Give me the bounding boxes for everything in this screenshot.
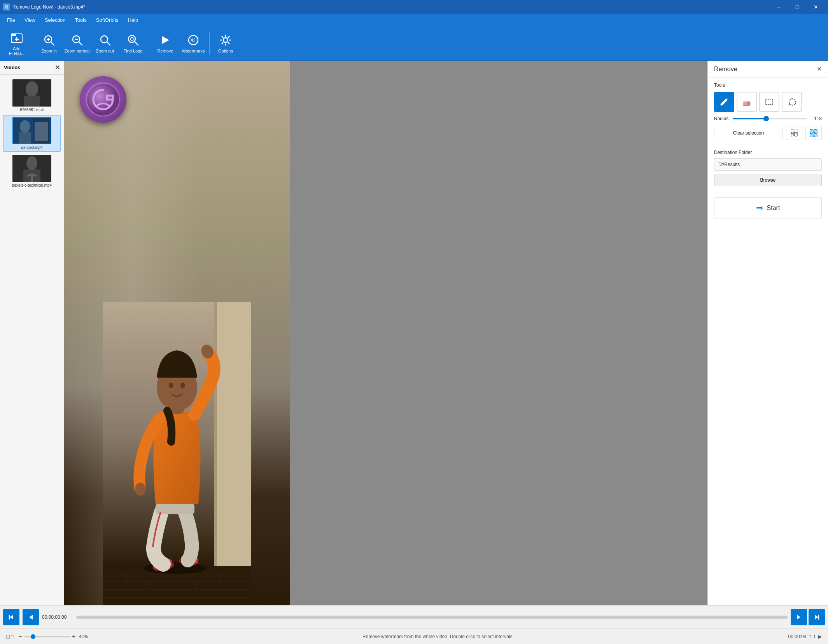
video-label-3: pexels-c-technical.mp4 bbox=[12, 183, 52, 187]
timeline-goto-end-button[interactable] bbox=[809, 609, 825, 625]
browse-button[interactable]: Browse bbox=[714, 174, 822, 186]
right-panel: Remove ✕ Tools bbox=[707, 61, 828, 605]
clear-selection-button[interactable]: Clear selection bbox=[714, 127, 783, 139]
tools-section: Tools bbox=[708, 78, 828, 145]
menu-view[interactable]: View bbox=[21, 16, 39, 24]
svg-line-27 bbox=[228, 42, 229, 44]
svg-marker-18 bbox=[162, 36, 169, 44]
slider-thumb[interactable] bbox=[763, 116, 769, 121]
menu-help[interactable]: Help bbox=[124, 16, 142, 24]
svg-line-28 bbox=[228, 36, 229, 38]
main-content: Videos ✕ 6265961.mp4 bbox=[0, 61, 828, 605]
zoom-thumb[interactable] bbox=[31, 634, 35, 639]
maximize-button[interactable]: □ bbox=[788, 0, 806, 14]
twitter-icon[interactable]: t bbox=[814, 634, 815, 639]
zoom-normal-button[interactable]: Zoom normal bbox=[63, 28, 91, 59]
timeline-next-button[interactable] bbox=[791, 609, 807, 625]
svg-line-16 bbox=[134, 41, 138, 45]
eraser-tool-button[interactable] bbox=[737, 92, 757, 112]
svg-marker-86 bbox=[10, 615, 13, 620]
radius-value: 118 bbox=[810, 116, 822, 121]
zoom-plus-icon: + bbox=[72, 633, 75, 640]
find-logo-icon bbox=[126, 33, 140, 47]
sidebar-header: Videos ✕ bbox=[0, 61, 64, 75]
start-label: Start bbox=[767, 205, 780, 212]
svg-rect-81 bbox=[810, 130, 813, 133]
destination-section: Destination Folder Browse bbox=[708, 145, 828, 191]
fit-button[interactable] bbox=[786, 126, 802, 140]
svg-marker-87 bbox=[29, 615, 33, 620]
clear-selection-row: Clear selection bbox=[714, 126, 822, 140]
add-files-button[interactable]: Add File(s)... bbox=[3, 28, 30, 59]
panel-close-button[interactable]: ✕ bbox=[817, 65, 822, 73]
svg-rect-75 bbox=[766, 99, 773, 105]
zoom-in-button[interactable]: Zoom in bbox=[35, 28, 63, 59]
svg-rect-78 bbox=[795, 130, 797, 133]
options-button[interactable]: Options bbox=[212, 28, 239, 59]
radius-label: Radius bbox=[714, 116, 730, 121]
zoom-in-icon bbox=[42, 33, 56, 47]
add-files-icon bbox=[10, 31, 24, 45]
radius-row: Radius 118 bbox=[714, 116, 822, 121]
window-title: Remove Logo Now! - dance3.mp4* bbox=[12, 4, 85, 10]
minimize-button[interactable]: ─ bbox=[770, 0, 788, 14]
watermarks-button[interactable]: © Watermarks bbox=[180, 28, 207, 59]
video-item-3[interactable]: pexels-c-technical.mp4 bbox=[3, 153, 61, 189]
timeline-area: 00:00:00.00 bbox=[0, 605, 828, 628]
youtube-icon[interactable]: ▶ bbox=[818, 634, 822, 639]
title-bar-controls: ─ □ ✕ bbox=[770, 0, 825, 14]
svg-line-12 bbox=[79, 42, 82, 45]
zoom-in-label: Zoom in bbox=[41, 49, 57, 53]
video-thumb-3 bbox=[12, 155, 51, 182]
rect-tool-button[interactable] bbox=[759, 92, 779, 112]
panel-title: Remove bbox=[714, 66, 737, 73]
zoom-out-icon: □ bbox=[6, 634, 9, 640]
svg-rect-32 bbox=[24, 96, 40, 107]
menu-selection[interactable]: Selection bbox=[41, 16, 69, 24]
menu-tools[interactable]: Tools bbox=[71, 16, 90, 24]
fit2-button[interactable] bbox=[805, 126, 822, 140]
timeline-time-display: 00:00:00.00 bbox=[42, 614, 73, 620]
svg-rect-82 bbox=[814, 130, 817, 133]
svg-rect-3 bbox=[11, 34, 16, 36]
zoom-controls: □ □ − + 44% bbox=[6, 633, 88, 640]
canvas-area[interactable] bbox=[64, 61, 707, 605]
lasso-tool-button[interactable] bbox=[782, 92, 802, 112]
sidebar: Videos ✕ 6265961.mp4 bbox=[0, 61, 64, 605]
video-item-1[interactable]: 6265961.mp4 bbox=[3, 78, 61, 114]
svg-point-70 bbox=[180, 383, 185, 388]
gray-area bbox=[290, 61, 707, 605]
find-logo-button[interactable]: Find Logo bbox=[119, 28, 147, 59]
find-logo-label: Find Logo bbox=[124, 49, 143, 53]
menu-softorbits[interactable]: SoftOrbits bbox=[92, 16, 123, 24]
menu-file[interactable]: File bbox=[3, 16, 19, 24]
brush-tool-button[interactable] bbox=[714, 92, 734, 112]
video-label-1: 6265961.mp4 bbox=[20, 108, 44, 112]
panel-header: Remove ✕ bbox=[708, 61, 828, 78]
svg-point-31 bbox=[26, 81, 38, 97]
timeline-track[interactable] bbox=[76, 616, 788, 619]
zoom-slider[interactable] bbox=[24, 636, 70, 637]
svg-line-26 bbox=[222, 36, 223, 38]
radius-slider[interactable] bbox=[733, 118, 807, 119]
remove-icon bbox=[158, 33, 172, 47]
video-frame[interactable] bbox=[64, 61, 290, 605]
close-button[interactable]: ✕ bbox=[807, 0, 825, 14]
timeline-goto-start-button[interactable] bbox=[3, 609, 19, 625]
svg-rect-58 bbox=[214, 302, 217, 566]
svg-rect-80 bbox=[795, 133, 797, 136]
start-arrow-icon: ⇒ bbox=[756, 203, 763, 213]
video-item-2[interactable]: dance3.mp4 bbox=[3, 115, 61, 152]
facebook-icon[interactable]: f bbox=[809, 634, 810, 639]
logo-circle bbox=[80, 76, 126, 123]
menu-bar: File View Selection Tools SoftOrbits Hel… bbox=[0, 14, 828, 26]
toolbar-separator-1 bbox=[33, 32, 33, 55]
svg-rect-37 bbox=[35, 122, 48, 141]
start-button[interactable]: ⇒ Start bbox=[714, 197, 822, 219]
remove-button[interactable]: Remove bbox=[152, 28, 179, 59]
destination-input[interactable] bbox=[714, 158, 822, 171]
timeline-prev-button[interactable] bbox=[23, 609, 39, 625]
svg-line-76 bbox=[789, 103, 789, 105]
zoom-out-button[interactable]: Zoom out bbox=[91, 28, 119, 59]
sidebar-close-button[interactable]: ✕ bbox=[55, 64, 60, 71]
